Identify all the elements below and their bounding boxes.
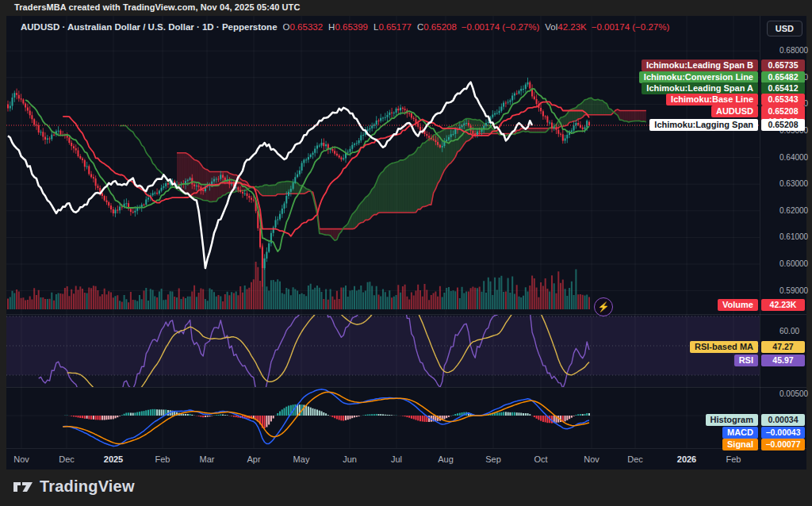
price-tick-0.68000: 0.68000 <box>779 46 808 55</box>
time-label-mar: Mar <box>200 454 215 464</box>
ohlc-c-value: 0.65208 <box>423 22 457 32</box>
currency-usd-button[interactable]: USD <box>767 21 802 36</box>
price-tick-0.61000: 0.61000 <box>779 232 808 241</box>
tradingview-logo-text: TradingView <box>40 477 135 496</box>
ichimoku-leading-span-b-label[interactable]: Ichimoku:Leading Span B <box>642 59 758 71</box>
attribution-text: TradersMBA created with TradingView.com,… <box>14 2 300 15</box>
time-axis[interactable]: NovDec2025FebMarAprMayJunJulAugSepOctNov… <box>6 448 806 470</box>
price-tick-0.60000: 0.60000 <box>779 259 808 268</box>
signal-value[interactable]: −0.00077 <box>761 439 805 450</box>
time-label-aug: Aug <box>438 454 454 464</box>
volume-value[interactable]: 42.23K <box>761 299 805 311</box>
time-label-dec: Dec <box>627 454 643 464</box>
vol-label: Vol <box>545 22 557 32</box>
ichimoku-leading-span-a-label[interactable]: Ichimoku:Leading Span A <box>642 82 758 94</box>
volume-label[interactable]: Volume <box>718 299 758 311</box>
ohlc-l-value: 0.65177 <box>378 22 412 32</box>
rsi-based-ma-label[interactable]: RSI-based MA <box>690 341 758 353</box>
pane-separator-rsi[interactable] <box>6 314 806 315</box>
histogram-label[interactable]: Histogram <box>706 414 758 426</box>
vol-value: 42.23K <box>557 22 586 32</box>
time-label-may: May <box>293 454 310 464</box>
price-tick-0.64000: 0.64000 <box>779 153 808 162</box>
time-label-feb: Feb <box>726 454 741 464</box>
ohlc-values: O0.65332H0.65399L0.65177C0.65208−0.00174… <box>278 22 670 32</box>
ohlc-o-label: O <box>283 22 290 32</box>
ichimoku-base-line-label[interactable]: Ichimoku:Base Line <box>666 94 758 105</box>
ohlc-h-value: 0.65399 <box>335 22 368 32</box>
pane-separator-macd[interactable] <box>6 387 806 388</box>
footer-bar: TradingView <box>0 470 812 506</box>
histogram-value[interactable]: 0.00034 <box>761 414 805 426</box>
time-label-apr: Apr <box>247 454 260 464</box>
macd-tick-0.00500: 0.00500 <box>779 389 808 398</box>
price-tick-0.62000: 0.62000 <box>779 206 808 215</box>
ichimoku-conversion-line-label[interactable]: Ichimoku:Conversion Line <box>639 71 758 83</box>
audusd-label[interactable]: AUDUSD <box>711 105 758 117</box>
time-label-oct: Oct <box>534 454 547 464</box>
lightning-glyph: ⚡ <box>598 301 610 312</box>
time-label-jul: Jul <box>391 454 402 464</box>
time-label-jun: Jun <box>343 454 357 464</box>
vol-change-value: −0.00174 (−0.27%) <box>592 22 669 32</box>
time-label-2026: 2026 <box>677 454 696 464</box>
tradingview-logo-icon <box>13 478 33 496</box>
ohlc-o-value: 0.65332 <box>290 22 324 32</box>
ichimoku-leading-span-b-value[interactable]: 0.65735 <box>761 59 805 71</box>
price-tick-0.59000: 0.59000 <box>779 286 808 295</box>
signal-label[interactable]: Signal <box>722 439 758 450</box>
time-label-nov: Nov <box>584 454 599 464</box>
ichimoku-base-line-value[interactable]: 0.65343 <box>761 94 805 105</box>
time-label-2025: 2025 <box>104 454 123 464</box>
symbol-info-bar: AUDUSD · Australian Dollar / U.S. Dollar… <box>21 22 669 35</box>
ichimoku-lagging-span-label[interactable]: Ichimoku:Lagging Span <box>649 119 758 131</box>
macd-value[interactable]: −0.00043 <box>761 427 805 439</box>
lightning-icon[interactable]: ⚡ <box>594 297 613 316</box>
ichimoku-leading-span-a-value[interactable]: 0.65412 <box>761 82 805 94</box>
tradingview-logo[interactable]: TradingView <box>13 477 135 496</box>
rsi-based-ma-value[interactable]: 47.27 <box>761 341 805 353</box>
time-label-feb: Feb <box>155 454 170 464</box>
rsi-label[interactable]: RSI <box>734 355 758 366</box>
change-value: −0.00174 (−0.27%) <box>462 22 539 32</box>
time-label-dec: Dec <box>59 454 75 464</box>
rsi-value[interactable]: 45.97 <box>761 355 805 366</box>
rsi-tick-60.00: 60.00 <box>779 327 799 335</box>
macd-label[interactable]: MACD <box>722 427 758 439</box>
price-tick-0.63000: 0.63000 <box>779 179 808 188</box>
ichimoku-conversion-line-value[interactable]: 0.65482 <box>761 71 805 83</box>
symbol-title[interactable]: AUDUSD · Australian Dollar / U.S. Dollar… <box>21 22 278 32</box>
ichimoku-lagging-span-value[interactable]: 0.65208 <box>761 119 805 131</box>
time-label-nov: Nov <box>13 454 29 464</box>
chart-panel[interactable]: AUDUSD · Australian Dollar / U.S. Dollar… <box>6 16 806 470</box>
time-label-sep: Sep <box>485 454 501 464</box>
